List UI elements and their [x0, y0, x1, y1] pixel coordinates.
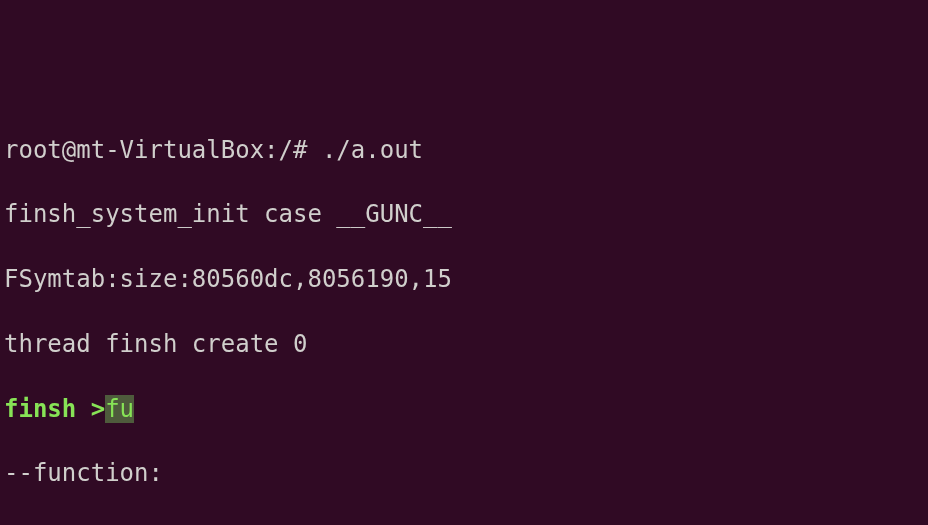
terminal-line-output: --function:	[4, 457, 924, 489]
terminal-line-prompt[interactable]: finsh >fu	[4, 393, 924, 425]
terminal-line-output: thread finsh create 0	[4, 328, 924, 360]
terminal-line-output: finsh_system_init case __GUNC__	[4, 198, 924, 230]
prompt-text: finsh >	[4, 395, 105, 423]
user-input: fu	[105, 395, 134, 423]
terminal-line-output: FSymtab:size:80560dc,8056190,15	[4, 263, 924, 295]
terminal-line-command: root@mt-VirtualBox:/# ./a.out	[4, 134, 924, 166]
